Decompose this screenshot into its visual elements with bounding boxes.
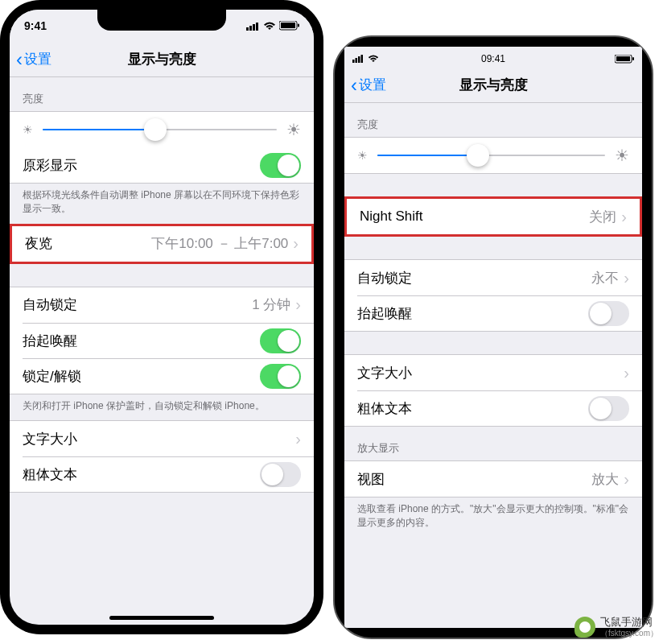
night-shift-label: 夜览 bbox=[25, 234, 151, 253]
sun-small-icon: ☀︎ bbox=[23, 123, 33, 136]
signal-icon bbox=[352, 55, 364, 63]
lock-unlock-footer: 关闭和打开 iPhone 保护盖时，自动锁定和解锁 iPhone。 bbox=[10, 394, 314, 421]
zoom-header: 放大显示 bbox=[344, 427, 642, 460]
watermark: 飞鼠手游网 （fsktgsy.com） bbox=[574, 617, 658, 638]
brightness-slider[interactable] bbox=[377, 155, 605, 156]
view-label: 视图 bbox=[357, 470, 591, 489]
sun-large-icon: ☀︎ bbox=[286, 120, 301, 139]
auto-lock-row[interactable]: 自动锁定 永不 › bbox=[344, 260, 642, 295]
auto-lock-label: 自动锁定 bbox=[357, 269, 591, 287]
navigation-bar: ‹ 设置 显示与亮度 bbox=[10, 42, 314, 77]
svg-rect-13 bbox=[632, 57, 634, 60]
home-indicator[interactable] bbox=[109, 616, 214, 620]
chevron-right-icon: › bbox=[621, 208, 627, 226]
slider-thumb[interactable] bbox=[467, 144, 489, 167]
true-tone-row[interactable]: 原彩显示 bbox=[10, 147, 314, 183]
sun-large-icon: ☀︎ bbox=[615, 146, 629, 165]
svg-rect-6 bbox=[298, 24, 299, 27]
text-size-row[interactable]: 文字大小 › bbox=[344, 355, 642, 390]
back-label: 设置 bbox=[24, 50, 51, 68]
chevron-right-icon: › bbox=[624, 364, 629, 382]
page-title: 显示与亮度 bbox=[128, 50, 196, 68]
bold-text-switch[interactable] bbox=[260, 462, 301, 487]
lock-unlock-label: 锁定/解锁 bbox=[23, 367, 260, 386]
screen: 9:41 ‹ 设置 显示与亮度 亮度 ☀︎ ☀︎ bbox=[10, 10, 314, 625]
chevron-right-icon: › bbox=[293, 234, 299, 253]
text-size-label: 文字大小 bbox=[357, 364, 619, 382]
chevron-right-icon: › bbox=[295, 295, 301, 314]
chevron-right-icon: › bbox=[295, 430, 301, 448]
night-shift-group: Night Shift 关闭 › bbox=[344, 196, 642, 237]
back-button[interactable]: ‹ 设置 bbox=[351, 76, 386, 95]
bold-text-row[interactable]: 粗体文本 bbox=[357, 390, 642, 426]
sun-small-icon: ☀︎ bbox=[357, 149, 368, 162]
back-button[interactable]: ‹ 设置 bbox=[16, 50, 51, 69]
svg-rect-0 bbox=[246, 27, 249, 31]
watermark-name: 飞鼠手游网 bbox=[600, 617, 658, 628]
notch bbox=[97, 10, 226, 31]
bold-text-switch[interactable] bbox=[588, 396, 629, 421]
status-bar: 09:41 bbox=[344, 47, 642, 68]
slider-thumb[interactable] bbox=[144, 118, 167, 141]
night-shift-label: Night Shift bbox=[360, 208, 589, 225]
raise-to-wake-switch[interactable] bbox=[260, 328, 301, 353]
battery-icon bbox=[615, 55, 634, 64]
page-title: 显示与亮度 bbox=[459, 76, 528, 94]
brightness-slider[interactable] bbox=[43, 129, 277, 130]
status-time: 9:41 bbox=[24, 19, 47, 32]
brightness-header: 亮度 bbox=[344, 103, 642, 137]
view-value: 放大 bbox=[591, 470, 619, 489]
raise-to-wake-label: 抬起唤醒 bbox=[23, 332, 260, 350]
auto-lock-value: 永不 bbox=[591, 269, 619, 287]
lock-unlock-row[interactable]: 锁定/解锁 bbox=[23, 358, 314, 394]
night-shift-value: 关闭 bbox=[589, 208, 616, 226]
true-tone-footer: 根据环境光线条件自动调整 iPhone 屏幕以在不同环境下保持色彩显示一致。 bbox=[10, 184, 314, 224]
wifi-icon bbox=[263, 22, 276, 31]
true-tone-label: 原彩显示 bbox=[23, 156, 260, 175]
navigation-bar: ‹ 设置 显示与亮度 bbox=[344, 68, 642, 103]
svg-rect-2 bbox=[253, 24, 255, 31]
wifi-icon bbox=[368, 55, 379, 63]
back-label: 设置 bbox=[359, 76, 386, 94]
iphone-x-frame: 9:41 ‹ 设置 显示与亮度 亮度 ☀︎ ☀︎ bbox=[0, 0, 323, 634]
svg-rect-5 bbox=[281, 23, 295, 28]
brightness-header: 亮度 bbox=[10, 77, 314, 111]
svg-rect-9 bbox=[358, 56, 360, 63]
watermark-url: （fsktgsy.com） bbox=[600, 629, 658, 638]
bold-text-row[interactable]: 粗体文本 bbox=[23, 456, 314, 492]
svg-rect-3 bbox=[256, 23, 258, 31]
bold-text-label: 粗体文本 bbox=[357, 399, 588, 418]
status-time: 09:41 bbox=[481, 53, 505, 64]
night-shift-value: 下午10:00 － 上午7:00 bbox=[151, 234, 288, 253]
true-tone-switch[interactable] bbox=[260, 153, 301, 178]
svg-rect-10 bbox=[361, 55, 364, 63]
svg-rect-12 bbox=[616, 56, 630, 61]
text-size-label: 文字大小 bbox=[23, 430, 290, 448]
chevron-left-icon: ‹ bbox=[351, 76, 357, 95]
screen: 09:41 ‹ 设置 显示与亮度 亮度 ☀︎ ☀︎ bbox=[344, 47, 642, 628]
svg-rect-8 bbox=[356, 58, 358, 63]
chevron-right-icon: › bbox=[624, 269, 629, 287]
text-size-row[interactable]: 文字大小 › bbox=[10, 421, 314, 456]
auto-lock-value: 1 分钟 bbox=[252, 295, 290, 314]
bold-text-label: 粗体文本 bbox=[23, 465, 260, 484]
auto-lock-row[interactable]: 自动锁定 1 分钟 › bbox=[10, 287, 314, 323]
lock-unlock-switch[interactable] bbox=[260, 364, 301, 389]
raise-to-wake-switch[interactable] bbox=[588, 301, 629, 326]
brightness-slider-row: ☀︎ ☀︎ bbox=[10, 112, 314, 147]
chevron-left-icon: ‹ bbox=[16, 50, 23, 69]
svg-rect-1 bbox=[249, 26, 252, 31]
raise-to-wake-row[interactable]: 抬起唤醒 bbox=[23, 323, 314, 358]
brightness-slider-row: ☀︎ ☀︎ bbox=[344, 138, 642, 173]
night-shift-group: 夜览 下午10:00 － 上午7:00 › bbox=[10, 224, 314, 264]
raise-to-wake-row[interactable]: 抬起唤醒 bbox=[357, 295, 642, 331]
svg-rect-7 bbox=[352, 60, 355, 63]
raise-to-wake-label: 抬起唤醒 bbox=[357, 304, 588, 323]
auto-lock-label: 自动锁定 bbox=[23, 295, 252, 314]
view-row[interactable]: 视图 放大 › bbox=[344, 461, 642, 497]
iphone-8-frame: 09:41 ‹ 设置 显示与亮度 亮度 ☀︎ ☀︎ bbox=[333, 35, 653, 639]
night-shift-row[interactable]: Night Shift 关闭 › bbox=[347, 199, 640, 234]
view-footer: 选取查看 iPhone 的方式。"放大"会显示更大的控制项。"标准"会显示更多的… bbox=[344, 497, 642, 538]
signal-icon bbox=[246, 22, 260, 31]
night-shift-row[interactable]: 夜览 下午10:00 － 上午7:00 › bbox=[12, 226, 311, 262]
